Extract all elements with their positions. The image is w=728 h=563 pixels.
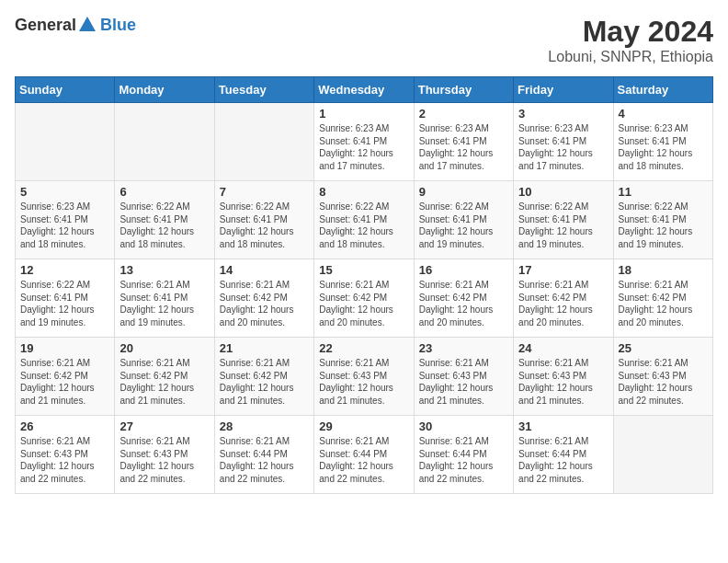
calendar-cell: 31Sunrise: 6:21 AM Sunset: 6:44 PM Dayli… — [514, 416, 613, 494]
day-number: 5 — [20, 185, 109, 199]
day-number: 16 — [419, 263, 508, 277]
day-number: 22 — [319, 341, 408, 355]
weekday-header-tuesday: Tuesday — [214, 77, 313, 103]
day-number: 31 — [518, 419, 608, 433]
day-info: Sunrise: 6:23 AM Sunset: 6:41 PM Dayligh… — [20, 201, 109, 250]
day-number: 26 — [20, 419, 109, 433]
day-number: 25 — [619, 341, 708, 355]
day-number: 18 — [619, 263, 708, 277]
calendar-cell: 8Sunrise: 6:22 AM Sunset: 6:41 PM Daylig… — [314, 181, 414, 259]
day-number: 27 — [119, 419, 209, 433]
day-number: 14 — [220, 263, 309, 277]
day-number: 24 — [518, 341, 608, 355]
logo: General Blue — [15, 15, 136, 35]
calendar-cell — [16, 103, 115, 181]
calendar-week-1: 1Sunrise: 6:23 AM Sunset: 6:41 PM Daylig… — [16, 103, 713, 181]
day-number: 21 — [220, 341, 309, 355]
calendar-cell: 5Sunrise: 6:23 AM Sunset: 6:41 PM Daylig… — [16, 181, 115, 259]
weekday-header-friday: Friday — [514, 77, 613, 103]
calendar-cell: 4Sunrise: 6:23 AM Sunset: 6:41 PM Daylig… — [613, 103, 712, 181]
svg-marker-0 — [79, 17, 96, 31]
logo-general-text: General — [15, 16, 76, 35]
day-info: Sunrise: 6:21 AM Sunset: 6:44 PM Dayligh… — [518, 435, 608, 485]
day-info: Sunrise: 6:23 AM Sunset: 6:41 PM Dayligh… — [319, 122, 408, 172]
day-info: Sunrise: 6:22 AM Sunset: 6:41 PM Dayligh… — [419, 201, 508, 250]
calendar-header-row: SundayMondayTuesdayWednesdayThursdayFrid… — [16, 77, 713, 103]
calendar-cell: 9Sunrise: 6:22 AM Sunset: 6:41 PM Daylig… — [414, 181, 513, 259]
calendar-cell: 20Sunrise: 6:21 AM Sunset: 6:42 PM Dayli… — [115, 338, 214, 416]
day-info: Sunrise: 6:21 AM Sunset: 6:42 PM Dayligh… — [518, 279, 608, 328]
calendar-cell: 27Sunrise: 6:21 AM Sunset: 6:43 PM Dayli… — [115, 416, 214, 494]
calendar-cell: 17Sunrise: 6:21 AM Sunset: 6:42 PM Dayli… — [514, 259, 613, 338]
day-number: 23 — [419, 341, 508, 355]
calendar-cell: 26Sunrise: 6:21 AM Sunset: 6:43 PM Dayli… — [16, 416, 115, 494]
calendar-cell: 19Sunrise: 6:21 AM Sunset: 6:42 PM Dayli… — [16, 338, 115, 416]
day-info: Sunrise: 6:21 AM Sunset: 6:43 PM Dayligh… — [20, 435, 109, 485]
day-info: Sunrise: 6:21 AM Sunset: 6:42 PM Dayligh… — [220, 357, 309, 407]
calendar-cell: 21Sunrise: 6:21 AM Sunset: 6:42 PM Dayli… — [214, 338, 313, 416]
day-info: Sunrise: 6:21 AM Sunset: 6:41 PM Dayligh… — [119, 279, 209, 328]
logo-icon — [77, 15, 97, 35]
day-info: Sunrise: 6:21 AM Sunset: 6:44 PM Dayligh… — [419, 435, 508, 485]
day-info: Sunrise: 6:21 AM Sunset: 6:44 PM Dayligh… — [220, 435, 309, 485]
day-info: Sunrise: 6:22 AM Sunset: 6:41 PM Dayligh… — [619, 201, 708, 250]
calendar-cell — [613, 416, 712, 494]
calendar-cell — [214, 103, 313, 181]
day-info: Sunrise: 6:22 AM Sunset: 6:41 PM Dayligh… — [518, 201, 608, 250]
day-info: Sunrise: 6:22 AM Sunset: 6:41 PM Dayligh… — [119, 201, 209, 250]
day-info: Sunrise: 6:21 AM Sunset: 6:44 PM Dayligh… — [319, 435, 408, 485]
weekday-header-monday: Monday — [115, 77, 214, 103]
day-info: Sunrise: 6:21 AM Sunset: 6:43 PM Dayligh… — [319, 357, 408, 407]
calendar-cell: 16Sunrise: 6:21 AM Sunset: 6:42 PM Dayli… — [414, 259, 513, 338]
weekday-header-saturday: Saturday — [613, 77, 712, 103]
calendar-cell: 18Sunrise: 6:21 AM Sunset: 6:42 PM Dayli… — [613, 259, 712, 338]
calendar-cell: 6Sunrise: 6:22 AM Sunset: 6:41 PM Daylig… — [115, 181, 214, 259]
day-info: Sunrise: 6:21 AM Sunset: 6:43 PM Dayligh… — [518, 357, 608, 407]
day-info: Sunrise: 6:21 AM Sunset: 6:42 PM Dayligh… — [119, 357, 209, 407]
day-info: Sunrise: 6:21 AM Sunset: 6:43 PM Dayligh… — [619, 357, 708, 407]
calendar-cell: 15Sunrise: 6:21 AM Sunset: 6:42 PM Dayli… — [314, 259, 414, 338]
day-number: 4 — [619, 107, 708, 121]
calendar-week-3: 12Sunrise: 6:22 AM Sunset: 6:41 PM Dayli… — [16, 259, 713, 338]
weekday-header-sunday: Sunday — [16, 77, 115, 103]
calendar-cell: 29Sunrise: 6:21 AM Sunset: 6:44 PM Dayli… — [314, 416, 414, 494]
calendar-cell: 12Sunrise: 6:22 AM Sunset: 6:41 PM Dayli… — [16, 259, 115, 338]
day-info: Sunrise: 6:23 AM Sunset: 6:41 PM Dayligh… — [619, 122, 708, 172]
day-info: Sunrise: 6:21 AM Sunset: 6:42 PM Dayligh… — [419, 279, 508, 328]
calendar-cell: 10Sunrise: 6:22 AM Sunset: 6:41 PM Dayli… — [514, 181, 613, 259]
day-number: 17 — [518, 263, 608, 277]
day-number: 9 — [419, 185, 508, 199]
day-number: 29 — [319, 419, 408, 433]
calendar-cell: 28Sunrise: 6:21 AM Sunset: 6:44 PM Dayli… — [214, 416, 313, 494]
calendar-week-2: 5Sunrise: 6:23 AM Sunset: 6:41 PM Daylig… — [16, 181, 713, 259]
day-number: 6 — [119, 185, 209, 199]
day-info: Sunrise: 6:22 AM Sunset: 6:41 PM Dayligh… — [220, 201, 309, 250]
month-title: May 2024 — [548, 15, 713, 49]
page-header: General Blue May 2024 Lobuni, SNNPR, Eth… — [15, 15, 713, 65]
day-number: 11 — [619, 185, 708, 199]
day-number: 10 — [518, 185, 608, 199]
day-info: Sunrise: 6:22 AM Sunset: 6:41 PM Dayligh… — [319, 201, 408, 250]
day-number: 13 — [119, 263, 209, 277]
calendar-cell: 13Sunrise: 6:21 AM Sunset: 6:41 PM Dayli… — [115, 259, 214, 338]
day-number: 3 — [518, 107, 608, 121]
calendar-cell — [115, 103, 214, 181]
day-info: Sunrise: 6:21 AM Sunset: 6:42 PM Dayligh… — [220, 279, 309, 328]
logo-blue-text: Blue — [100, 16, 136, 35]
calendar-cell: 23Sunrise: 6:21 AM Sunset: 6:43 PM Dayli… — [414, 338, 513, 416]
weekday-header-thursday: Thursday — [414, 77, 513, 103]
calendar-cell: 22Sunrise: 6:21 AM Sunset: 6:43 PM Dayli… — [314, 338, 414, 416]
day-info: Sunrise: 6:22 AM Sunset: 6:41 PM Dayligh… — [20, 279, 109, 328]
day-info: Sunrise: 6:21 AM Sunset: 6:43 PM Dayligh… — [419, 357, 508, 407]
calendar-week-5: 26Sunrise: 6:21 AM Sunset: 6:43 PM Dayli… — [16, 416, 713, 494]
calendar-cell: 3Sunrise: 6:23 AM Sunset: 6:41 PM Daylig… — [514, 103, 613, 181]
day-info: Sunrise: 6:21 AM Sunset: 6:42 PM Dayligh… — [20, 357, 109, 407]
day-number: 30 — [419, 419, 508, 433]
calendar-cell: 14Sunrise: 6:21 AM Sunset: 6:42 PM Dayli… — [214, 259, 313, 338]
day-info: Sunrise: 6:21 AM Sunset: 6:42 PM Dayligh… — [319, 279, 408, 328]
day-info: Sunrise: 6:23 AM Sunset: 6:41 PM Dayligh… — [518, 122, 608, 172]
day-number: 19 — [20, 341, 109, 355]
weekday-header-wednesday: Wednesday — [314, 77, 414, 103]
calendar-cell: 1Sunrise: 6:23 AM Sunset: 6:41 PM Daylig… — [314, 103, 414, 181]
day-number: 2 — [419, 107, 508, 121]
